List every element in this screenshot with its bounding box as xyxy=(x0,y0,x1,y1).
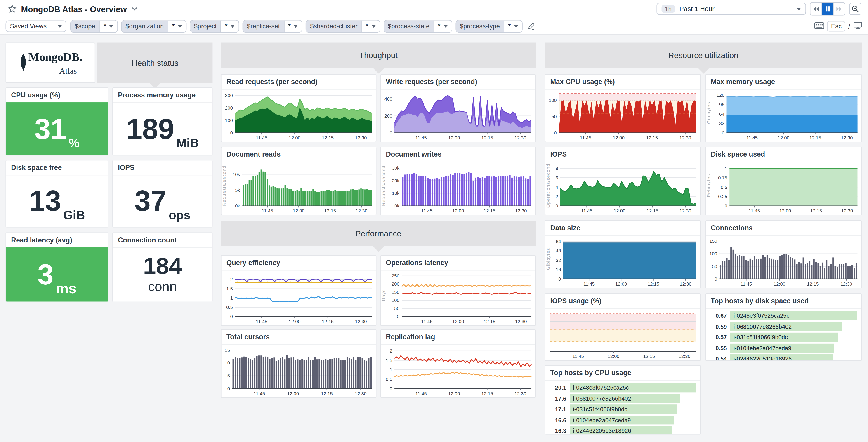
host-bar[interactable]: i-06810077e8266b402 xyxy=(569,393,680,403)
edit-variables-pencil-icon[interactable] xyxy=(527,22,535,30)
panel-title[interactable]: Disk space free xyxy=(6,160,108,176)
total-cursors-chart[interactable]: 05101511:4512:0012:1512:30 xyxy=(221,344,376,397)
svg-text:0k: 0k xyxy=(235,203,240,208)
dashboard-title-chevron-icon[interactable] xyxy=(131,6,138,11)
svg-text:100: 100 xyxy=(225,118,233,123)
iops-chart[interactable]: 0246811:4512:0012:1512:30Operations/seco… xyxy=(545,162,700,215)
write-requests-chart[interactable]: 020040011:4512:0012:1512:30 xyxy=(381,89,535,142)
panel-title[interactable]: Top hosts by disk space used xyxy=(706,294,861,309)
panel-title[interactable]: IOPS xyxy=(113,160,212,176)
panel-title[interactable]: IOPS usage (%) xyxy=(545,294,700,309)
host-value: 0.54 xyxy=(710,355,730,361)
panel-title[interactable]: Process memory usage xyxy=(113,88,212,103)
section-header-tail xyxy=(372,68,384,74)
panel-title[interactable]: Document reads xyxy=(221,147,376,162)
variable-chip-project[interactable]: $project* xyxy=(190,20,239,32)
panel-title[interactable]: CPU usage (%) xyxy=(6,88,108,103)
variable-caret-icon xyxy=(371,25,376,27)
variable-chip-replica-set[interactable]: $replica-set* xyxy=(243,20,303,32)
variable-chip-process-type[interactable]: $process-type* xyxy=(456,20,522,32)
host-bar[interactable]: i-0248e3f07525ca25c xyxy=(569,383,696,392)
favorite-star-icon[interactable] xyxy=(8,4,17,13)
svg-text:12:15: 12:15 xyxy=(484,208,495,213)
panel-write-requests: Write requests (per second) 020040011:45… xyxy=(380,74,536,142)
svg-text:2: 2 xyxy=(230,277,233,282)
variable-chip-scope[interactable]: $scope* xyxy=(70,20,118,32)
svg-text:11:45: 11:45 xyxy=(415,391,427,396)
svg-text:0: 0 xyxy=(555,203,558,208)
max-cpu-usage-chart[interactable]: 05010011:4512:0012:1512:30 xyxy=(545,89,700,142)
panel-title[interactable]: Data size xyxy=(545,221,700,236)
svg-text:Pebibytes: Pebibytes xyxy=(706,174,711,197)
iops-usage-chart[interactable]: 11:4512:0012:1512:30 xyxy=(545,308,700,360)
host-bar[interactable]: i-02446220513e18926 xyxy=(730,354,832,361)
panel-title[interactable]: Disk space used xyxy=(706,147,861,162)
panel-title[interactable]: Max memory usage xyxy=(706,75,861,90)
monitor-icon[interactable] xyxy=(853,21,863,31)
panel-title[interactable]: IOPS xyxy=(545,147,700,162)
panel-title[interactable]: Top hosts by CPU usage xyxy=(545,366,700,381)
zoom-out-time-button[interactable] xyxy=(849,3,862,15)
svg-text:12:30: 12:30 xyxy=(515,135,526,140)
panel-title[interactable]: Connection count xyxy=(113,233,212,248)
svg-text:11:45: 11:45 xyxy=(746,135,758,140)
host-bar[interactable]: i-0104ebe2a047ceda9 xyxy=(730,344,834,352)
document-writes-chart[interactable]: 0k10k20k30k11:4512:0012:1512:30Requests/… xyxy=(381,162,535,215)
svg-text:0: 0 xyxy=(230,314,233,319)
svg-text:50: 50 xyxy=(552,114,557,119)
panel-title[interactable]: Max CPU usage (%) xyxy=(545,75,700,90)
variable-chip-process-state[interactable]: $process-state* xyxy=(383,20,452,32)
host-bar[interactable]: i-02446220513e18926 xyxy=(569,426,672,435)
svg-text:12:30: 12:30 xyxy=(515,319,527,324)
disk-space-used-chart[interactable]: 00.250.50.75111:4512:0012:1512:30Pebibyt… xyxy=(706,162,861,215)
connections-chart[interactable]: 05010015011:4512:0012:1512:30 xyxy=(706,235,861,288)
panel-iops-chart: IOPS 0246811:4512:0012:1512:30Operations… xyxy=(545,147,701,215)
stat-unit: conn xyxy=(148,279,177,294)
pause-button[interactable] xyxy=(822,3,834,15)
variable-value: * xyxy=(438,22,440,30)
variable-value: * xyxy=(172,22,175,30)
svg-text:250: 250 xyxy=(392,273,399,278)
panel-title[interactable]: Read requests (per second) xyxy=(221,75,376,90)
svg-text:200: 200 xyxy=(225,105,233,110)
panel-title[interactable]: Replication lag xyxy=(381,330,535,345)
panel-title[interactable]: Total cursors xyxy=(221,330,376,345)
panel-title[interactable]: Read latency (avg) xyxy=(6,233,108,248)
svg-text:Gibibytes: Gibibytes xyxy=(546,248,551,270)
host-bar[interactable]: i-0248e3f07525ca25c xyxy=(730,311,857,320)
panel-title[interactable]: Operations latency xyxy=(381,256,535,271)
variable-chip-organization[interactable]: $organization* xyxy=(121,20,186,32)
host-bar-track: i-0248e3f07525ca25c xyxy=(730,311,857,320)
section-header-tail xyxy=(697,68,709,74)
host-bar[interactable]: i-031c51f4066f9b0dc xyxy=(730,333,838,342)
panel-title[interactable]: Query efficiency xyxy=(221,256,376,271)
host-bar[interactable]: i-0104ebe2a047ceda9 xyxy=(569,415,674,424)
variable-value: * xyxy=(225,22,227,30)
max-memory-usage-chart[interactable]: 032649612811:4512:0012:1512:30Gibibytes xyxy=(706,89,861,142)
time-shift-back-button[interactable] xyxy=(810,3,822,15)
panel-title[interactable]: Write requests (per second) xyxy=(381,75,535,90)
saved-views-dropdown[interactable]: Saved Views xyxy=(5,20,66,32)
panel-title[interactable]: Connections xyxy=(706,221,861,236)
document-reads-chart[interactable]: 0k5k10k11:4512:0012:1512:30Requests/seco… xyxy=(221,162,376,215)
panel-title[interactable]: Document writes xyxy=(381,147,535,162)
time-shift-forward-button[interactable] xyxy=(834,3,845,15)
svg-text:100: 100 xyxy=(392,297,399,303)
variable-chip-sharded-cluster[interactable]: $sharded-cluster* xyxy=(306,20,380,32)
host-bar-track: i-031c51f4066f9b0dc xyxy=(730,333,857,342)
section-title: Resource utilization xyxy=(668,51,738,60)
read-requests-chart[interactable]: 010020030011:4512:0012:1512:30 xyxy=(221,89,376,142)
replication-lag-chart[interactable]: 00.511.5211:4512:0012:1512:30 xyxy=(381,344,535,397)
stat-unit: % xyxy=(69,136,80,151)
panel-read-latency-stat: Read latency (avg) 3ms xyxy=(5,232,108,302)
data-size-chart[interactable]: 01632486411:4512:0012:1512:30Gibibytes xyxy=(545,235,700,288)
host-value: 20.1 xyxy=(550,384,569,391)
host-bar[interactable]: i-06810077e8266b402 xyxy=(730,322,842,331)
query-efficiency-chart[interactable]: 00.511.5211:4512:0012:1512:30 xyxy=(221,270,376,325)
host-bar-track: i-06810077e8266b402 xyxy=(730,322,857,331)
host-bar[interactable]: i-031c51f4066f9b0dc xyxy=(569,405,677,413)
svg-text:12:30: 12:30 xyxy=(680,208,691,213)
time-range-picker[interactable]: 1h Past 1 Hour xyxy=(656,3,806,15)
operations-latency-chart[interactable]: 05010015020025011:4512:0012:1512:30Days xyxy=(381,270,535,325)
panel-data-size: Data size 01632486411:4512:0012:1512:30G… xyxy=(545,220,701,288)
